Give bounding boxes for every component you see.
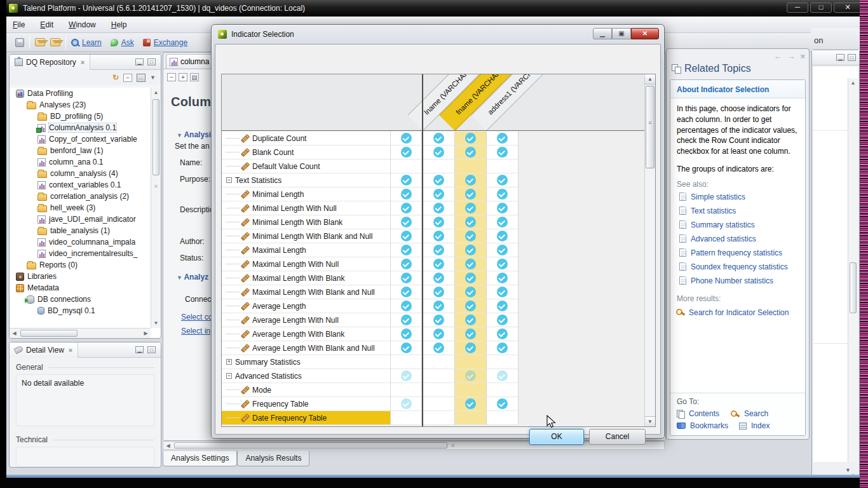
help-back-icon[interactable]: ←	[773, 51, 782, 61]
check-cell[interactable]	[487, 341, 519, 355]
check-cell[interactable]	[390, 173, 422, 187]
tree-item[interactable]: BD_profiling (5)	[10, 111, 151, 122]
window-close-button[interactable]: ✕	[834, 3, 862, 13]
scroll-down-icon[interactable]: ▼	[645, 416, 655, 426]
expand-sections-icon[interactable]: +	[179, 73, 187, 81]
tree-item[interactable]: hell_week (3)	[10, 202, 151, 214]
scroll-thumb[interactable]	[850, 262, 857, 313]
select-columns-link[interactable]: Select co	[181, 313, 212, 322]
dialog-titlebar[interactable]: Indicator Selection ▁ ▣ ✕	[212, 25, 664, 44]
check-cell[interactable]	[487, 257, 519, 271]
maximize-view-icon[interactable]: □	[147, 346, 156, 353]
check-cell[interactable]	[423, 285, 455, 299]
check-cell[interactable]	[487, 201, 519, 215]
indicator-label-cell[interactable]: −Text Statistics	[222, 173, 390, 187]
tree-item[interactable]: DB connections	[10, 294, 151, 305]
indicator-label-cell[interactable]: Minimal Length	[222, 187, 390, 201]
collapse-all-icon[interactable]: −	[123, 74, 132, 82]
indicator-label-cell[interactable]: −Advanced Statistics	[222, 369, 390, 383]
collapse-sections-icon[interactable]: −	[167, 73, 176, 81]
analysis-metadata-section[interactable]: Analysi	[177, 130, 211, 139]
check-cell[interactable]	[455, 187, 487, 201]
tree-item[interactable]: context_variables 0.1	[10, 179, 151, 191]
check-cell[interactable]	[423, 313, 455, 327]
check-cell[interactable]	[423, 355, 455, 369]
indicator-label-cell[interactable]: Maximal Length	[222, 243, 390, 257]
indicator-label-cell[interactable]: Default Value Count	[222, 159, 390, 173]
menu-window[interactable]: Window	[69, 20, 96, 29]
search-link[interactable]: Search	[744, 409, 768, 418]
learn-link[interactable]: Learn	[71, 38, 102, 47]
scroll-thumb[interactable]	[20, 330, 78, 337]
tree-item[interactable]: Metadata	[10, 282, 151, 294]
check-cell[interactable]	[487, 173, 519, 187]
check-cell[interactable]	[487, 383, 519, 397]
check-cell[interactable]	[487, 271, 519, 285]
tab-analysis-settings[interactable]: Analysis Settings	[163, 451, 237, 466]
tree-item[interactable]: Data Profiling	[10, 88, 151, 99]
exchange-link[interactable]: Exchange	[143, 38, 187, 47]
tree-item[interactable]: video_columnana_impala	[10, 236, 151, 248]
check-cell[interactable]	[390, 146, 422, 159]
check-cell[interactable]	[423, 341, 455, 355]
tree-item[interactable]: BD_mysql 0.1	[10, 305, 151, 316]
check-cell[interactable]	[390, 215, 422, 229]
check-cell[interactable]	[390, 187, 422, 201]
check-cell[interactable]	[455, 285, 487, 299]
indicator-label-cell[interactable]: Average Length	[222, 299, 390, 313]
indicator-label-cell[interactable]: Duplicate Count	[222, 132, 390, 146]
check-cell[interactable]	[455, 327, 487, 341]
search-for-link[interactable]: Search for Indicator Selection	[670, 304, 805, 317]
check-cell[interactable]	[455, 411, 487, 425]
editor-tab-columnanalysis[interactable]: columna	[166, 54, 214, 69]
check-cell[interactable]	[423, 173, 455, 187]
maximize-view-icon[interactable]: □	[147, 58, 156, 65]
expand-group-icon[interactable]: +	[226, 359, 232, 365]
check-cell[interactable]	[423, 229, 455, 243]
tree-item[interactable]: Analyses (23)	[10, 99, 151, 111]
check-cell[interactable]	[390, 229, 422, 243]
tree-vertical-scrollbar[interactable]: ▲ ≡ ▼	[151, 88, 161, 328]
tree-item[interactable]: benford_law (1)	[10, 145, 151, 156]
grid-vertical-scrollbar[interactable]: ▲ ≡ ▼	[644, 74, 655, 426]
check-cell[interactable]	[487, 411, 519, 425]
indicator-label-cell[interactable]: Minimal Length With Null	[222, 201, 390, 215]
help-topic-link[interactable]: Soundex frequency statistics	[670, 260, 805, 274]
help-topic-link[interactable]: Simple statistics	[670, 190, 805, 204]
tree-item[interactable]: Reports (0)	[10, 259, 151, 271]
indicator-label-cell[interactable]: Maximal Length With Blank	[222, 271, 390, 285]
check-cell[interactable]	[390, 299, 422, 313]
menu-help[interactable]: Help	[111, 20, 127, 29]
collapse-group-icon[interactable]: −	[226, 373, 232, 379]
check-cell[interactable]	[455, 243, 487, 257]
tree-item[interactable]: correlation_analysis (2)	[10, 191, 151, 202]
check-cell[interactable]	[455, 146, 487, 159]
cancel-button[interactable]: Cancel	[589, 429, 646, 445]
check-cell[interactable]	[455, 369, 487, 383]
check-cell[interactable]	[487, 299, 519, 313]
dialog-maximize-button[interactable]: ▣	[612, 28, 631, 39]
check-cell[interactable]	[455, 355, 487, 369]
bookmarks-link[interactable]: Bookmarks	[690, 421, 728, 430]
indicator-label-cell[interactable]: Minimal Length With Blank and Null	[222, 229, 390, 243]
index-link[interactable]: Index	[751, 421, 770, 430]
indicator-label-cell[interactable]: Frequency Table	[222, 397, 390, 411]
indicator-label-cell[interactable]: Average Length With Blank and Null	[222, 341, 390, 355]
scroll-up-icon[interactable]: ▲	[848, 78, 858, 88]
help-topic-link[interactable]: Advanced statistics	[670, 232, 805, 246]
check-cell[interactable]	[390, 383, 422, 397]
check-cell[interactable]	[455, 229, 487, 243]
check-cell[interactable]	[487, 243, 519, 257]
check-cell[interactable]	[423, 132, 455, 146]
check-cell[interactable]	[423, 146, 455, 159]
check-cell[interactable]	[423, 257, 455, 271]
menu-edit[interactable]: Edit	[40, 20, 53, 29]
dialog-minimize-button[interactable]: ▁	[593, 28, 612, 39]
check-cell[interactable]	[390, 327, 422, 341]
scroll-left-icon[interactable]: ◀	[10, 329, 19, 338]
save-icon[interactable]	[15, 38, 24, 47]
help-topic-link[interactable]: Phone Number statistics	[670, 274, 805, 288]
check-cell[interactable]	[487, 187, 519, 201]
scroll-up-icon[interactable]: ▲	[151, 88, 161, 97]
view-menu-chevron-icon[interactable]: ▼	[150, 74, 156, 81]
